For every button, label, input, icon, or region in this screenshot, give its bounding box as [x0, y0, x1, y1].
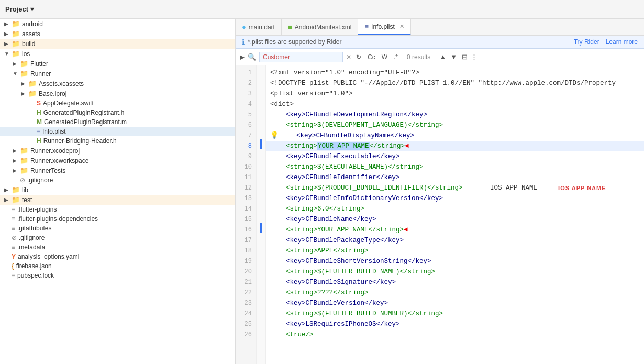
code-lines[interactable]: <?xml version="1.0" encoding="UTF-8"?><!… — [266, 65, 644, 364]
gutter-item-1 — [257, 65, 265, 76]
folder-icon: 📁 — [12, 20, 20, 28]
sidebar-item-generatedpluginregistrant-h[interactable]: HGeneratedPluginRegistrant.h — [0, 108, 235, 117]
arrow-icon: ▼ — [4, 51, 10, 57]
line-number-15: 15 — [240, 214, 252, 225]
search-prev-button[interactable]: ▲ — [438, 53, 448, 61]
learn-more-link[interactable]: Learn more — [606, 38, 638, 46]
search-regex-button[interactable]: .* — [392, 53, 399, 61]
sidebar-item-firebase-json[interactable]: {firebase.json — [0, 261, 235, 271]
sidebar-item-label: android — [22, 20, 43, 28]
gutter-item-15 — [257, 212, 265, 223]
gutter-item-17 — [257, 233, 265, 244]
arrow-icon: ▶ — [4, 197, 10, 203]
plist-icon: ≡ — [37, 128, 40, 135]
line-number-7: 7 — [240, 130, 252, 141]
search-cc-button[interactable]: Cc — [366, 53, 377, 61]
line-numbers: 1234567891011121314151617181920212223242… — [236, 65, 257, 364]
search-bar: ▶ 🔍 ✕ ↻ Cc W .* 0 results ▲ ▼ ⊟ ⋮ — [236, 49, 644, 65]
code-line-4: <dict> — [266, 99, 644, 109]
sidebar-item-runnertests[interactable]: ▶📁RunnerTests — [0, 166, 235, 175]
code-line-25: <key>LSRequiresIPhoneOS</key> — [266, 319, 644, 329]
search-w-button[interactable]: W — [380, 53, 389, 61]
sidebar-item-label: lib — [22, 186, 28, 194]
search-clear-button[interactable]: ✕ — [346, 53, 351, 61]
line-number-5: 5 — [240, 109, 252, 120]
tab-info-plist[interactable]: ≡Info.plist✕ — [358, 19, 410, 35]
sidebar-item-build[interactable]: ▶📁build — [0, 39, 235, 49]
plist-tab-icon: ≡ — [364, 23, 369, 30]
code-line-18: <string>APPL</string> — [266, 246, 644, 256]
sidebar-item-label: ios — [22, 50, 30, 58]
gutter-item-2 — [257, 76, 265, 86]
gutter-bar — [260, 139, 262, 149]
line-number-21: 21 — [240, 277, 252, 288]
info-bar: ℹ *.plist files are supported by Rider T… — [236, 36, 644, 49]
gutter-item-23 — [257, 296, 265, 306]
tab-main-dart[interactable]: ●main.dart — [236, 19, 282, 35]
arrow-icon: ▶ — [4, 21, 10, 27]
line-number-17: 17 — [240, 235, 252, 246]
search-collapse-arrow[interactable]: ▶ — [240, 53, 245, 61]
search-input[interactable] — [259, 52, 343, 62]
sidebar: ▶📁android▶📁assets▶📁build▼📁ios▶📁Flutter▼📁… — [0, 19, 236, 364]
sidebar-item-runner-bridging-header-h[interactable]: HRunner-Bridging-Header.h — [0, 136, 235, 146]
sidebar-item-assets-xcassets[interactable]: ▶📁Assets.xcassets — [0, 79, 235, 89]
tab-label: main.dart — [249, 24, 275, 31]
search-filter-button[interactable]: ⊟ — [462, 53, 468, 61]
line-number-4: 4 — [240, 99, 252, 109]
tab-androidmanifest[interactable]: ■AndroidManifest.xml — [282, 19, 359, 35]
sidebar-item-label: GeneratedPluginRegistrant.h — [43, 109, 125, 116]
info-icon: ℹ — [242, 38, 245, 46]
sidebar-item--metadata[interactable]: ≡.metadata — [0, 242, 235, 252]
sidebar-item--gitignore[interactable]: ⊘.gitignore — [0, 175, 235, 185]
line-number-2: 2 — [240, 78, 252, 89]
arrow-icon: ▼ — [13, 71, 19, 76]
sidebar-item--gitattributes[interactable]: ≡.gitattributes — [0, 224, 235, 233]
project-label[interactable]: Project ▾ — [5, 5, 34, 13]
sidebar-item-lib[interactable]: ▶📁lib — [0, 185, 235, 195]
sidebar-item-flutter[interactable]: ▶📁Flutter — [0, 59, 235, 69]
code-line-17: <key>CFBundlePackageType</key> — [266, 235, 644, 246]
sidebar-item--flutter-plugins[interactable]: ≡.flutter-plugins — [0, 205, 235, 214]
gutter-item-11 — [257, 170, 265, 181]
sidebar-item-test[interactable]: ▶📁test — [0, 195, 235, 205]
sidebar-item--flutter-plugins-dependencies[interactable]: ≡.flutter-plugins-dependencies — [0, 214, 235, 224]
folder-icon: 📁 — [20, 70, 28, 78]
line-number-22: 22 — [240, 288, 252, 298]
search-icon: 🔍 — [248, 53, 256, 61]
sidebar-item-appdelegate-swift[interactable]: SAppDelegate.swift — [0, 98, 235, 108]
search-results-count: 0 results — [403, 53, 435, 61]
code-line-14: <string>6.0</string> — [266, 204, 644, 214]
sidebar-item-label: Runner.xcodeproj — [30, 147, 80, 155]
search-nav: ▲ ▼ — [438, 53, 459, 61]
sidebar-item-runner-xcworkspace[interactable]: ▶📁Runner.xcworkspace — [0, 156, 235, 166]
search-more-button[interactable]: ⋮ — [471, 53, 478, 61]
try-rider-link[interactable]: Try Rider — [574, 38, 599, 46]
gutter-item-7 — [257, 128, 265, 139]
file-icon: ≡ — [12, 272, 15, 279]
sidebar-item-ios[interactable]: ▼📁ios — [0, 49, 235, 59]
gutter-item-18 — [257, 244, 265, 254]
sidebar-item-runner[interactable]: ▼📁Runner — [0, 69, 235, 79]
sidebar-item-assets[interactable]: ▶📁assets — [0, 29, 235, 39]
sidebar-item-info-plist[interactable]: ≡Info.plist — [0, 127, 235, 136]
sidebar-item--gitignore[interactable]: ⊘.gitignore — [0, 233, 235, 242]
sidebar-item-analysis-options-yaml[interactable]: Yanalysis_options.yaml — [0, 252, 235, 261]
tab-close-button[interactable]: ✕ — [399, 23, 404, 30]
code-line-13: <key>CFBundleInfoDictionaryVersion</key> — [266, 193, 644, 204]
sidebar-item-runner-xcodeproj[interactable]: ▶📁Runner.xcodeproj — [0, 146, 235, 156]
sidebar-item-generatedpluginregistrant-m[interactable]: MGeneratedPluginRegistrant.m — [0, 117, 235, 127]
sidebar-item-label: pubspec.lock — [17, 272, 54, 279]
search-next-button[interactable]: ▼ — [449, 53, 459, 61]
arrow-icon: ▶ — [4, 41, 10, 47]
sidebar-item-pubspec-lock[interactable]: ≡pubspec.lock — [0, 271, 235, 280]
gutter-item-4 — [257, 97, 265, 107]
search-refresh-button[interactable]: ↻ — [354, 53, 363, 61]
sidebar-item-base-lproj[interactable]: ▶📁Base.lproj — [0, 89, 235, 98]
arrow-icon: ▶ — [13, 148, 19, 153]
tab-label: AndroidManifest.xml — [295, 24, 352, 31]
sidebar-item-label: firebase.json — [16, 262, 52, 270]
gutter-item-10 — [257, 160, 265, 170]
gutter-item-26 — [257, 327, 265, 338]
sidebar-item-android[interactable]: ▶📁android — [0, 19, 235, 29]
